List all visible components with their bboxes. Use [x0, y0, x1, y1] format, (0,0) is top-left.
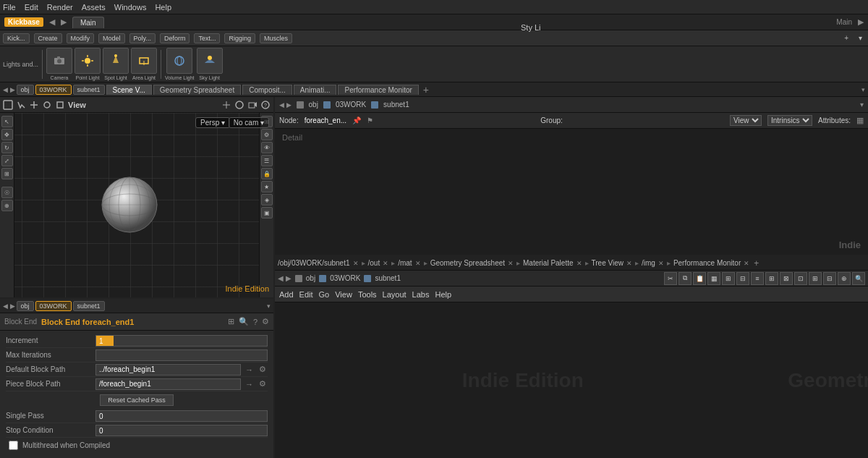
- ne-obj-label[interactable]: obj: [309, 101, 318, 109]
- ne-tool-zoom-in[interactable]: 🔍: [852, 272, 865, 285]
- kb-arrow-right[interactable]: ▶: [61, 17, 67, 27]
- right-tool-6[interactable]: ★: [261, 181, 273, 192]
- left-tool-transform[interactable]: ⊞: [1, 168, 13, 179]
- view-move-icon[interactable]: [29, 100, 39, 110]
- shelf-btn-modify[interactable]: Modify: [67, 33, 95, 43]
- left-tool-pose[interactable]: ☉: [1, 187, 13, 198]
- nav-arrows[interactable]: ◀ ▶: [3, 86, 15, 93]
- shelf-btn-muscles[interactable]: Muscles: [260, 33, 292, 43]
- tab-scene-view[interactable]: Scene V...: [106, 85, 152, 95]
- ne-tool-view2[interactable]: ⊟: [823, 272, 836, 285]
- path-close-out[interactable]: ✕: [383, 260, 388, 267]
- menu-help[interactable]: Help: [155, 3, 171, 12]
- shelf-btn-poly[interactable]: Poly...: [129, 33, 156, 43]
- tab-compositor[interactable]: Composit...: [242, 85, 292, 95]
- area-light-icon[interactable]: [131, 48, 157, 74]
- right-tool-4[interactable]: ☰: [261, 155, 273, 166]
- shelf-btn-model[interactable]: Model: [98, 33, 125, 43]
- ne-nav-work[interactable]: 03WORK: [330, 274, 360, 282]
- kickbase-main-tab[interactable]: Main: [72, 17, 104, 28]
- right-tool-7[interactable]: ◈: [261, 194, 273, 205]
- nocam-badge[interactable]: No cam ▾: [229, 117, 269, 128]
- shelf-add-btn[interactable]: +: [841, 33, 851, 43]
- ne-nav-subnet[interactable]: subnet1: [375, 274, 401, 282]
- path-close-mat[interactable]: ✕: [415, 260, 421, 267]
- right-tool-2[interactable]: ⚙: [261, 129, 273, 140]
- ne-tool-zoom-fit[interactable]: ⊕: [838, 272, 851, 285]
- ne-nav-arrows[interactable]: ◀ ▶: [278, 274, 292, 282]
- kb-arrow-2[interactable]: ▶: [858, 17, 864, 27]
- piece-block-arrow-btn[interactable]: →: [244, 380, 255, 389]
- tab-geom-spreadsheet[interactable]: Geometry Spreadsheet: [153, 85, 241, 95]
- ne-menu-view[interactable]: View: [335, 290, 352, 299]
- ne-tool-grid2[interactable]: ⊞: [722, 272, 735, 285]
- right-tool-3[interactable]: 👁: [261, 142, 273, 153]
- stop-condition-bar[interactable]: 0: [95, 425, 268, 436]
- view-scale-icon[interactable]: [55, 100, 65, 110]
- view-help-icon[interactable]: ?: [260, 100, 271, 110]
- props-icon-3[interactable]: ?: [253, 318, 258, 326]
- ne-tool-paste[interactable]: 📋: [693, 272, 706, 285]
- ne-menu-help[interactable]: Help: [435, 290, 451, 299]
- menu-file[interactable]: File: [3, 3, 16, 12]
- props-icon-4[interactable]: ⚙: [262, 317, 269, 326]
- node-canvas[interactable]: Indie Edition Geometry: [275, 302, 868, 458]
- path-close-matpalette[interactable]: ✕: [576, 260, 582, 267]
- multithread-checkbox[interactable]: [9, 441, 18, 450]
- env-light-icon[interactable]: [166, 48, 192, 74]
- max-iter-bar[interactable]: [95, 349, 268, 361]
- ne-subnet-label[interactable]: subnet1: [383, 101, 409, 109]
- ne-tool-cut[interactable]: ✂: [664, 272, 677, 285]
- props-icon-2[interactable]: 🔍: [239, 317, 249, 326]
- shelf-btn-create[interactable]: Create: [34, 33, 62, 43]
- shelf-btn-kick[interactable]: Kick...: [3, 33, 30, 43]
- shelf-btn-rigging[interactable]: Rigging: [224, 33, 255, 43]
- ne-menu-tools[interactable]: Tools: [358, 290, 377, 299]
- shelf-btn-deform[interactable]: Deform: [160, 33, 190, 43]
- camera-icon[interactable]: [46, 48, 72, 74]
- point-light-icon[interactable]: [75, 48, 101, 74]
- right-tool-8[interactable]: ▣: [261, 207, 273, 219]
- node-icon-pin[interactable]: 📌: [352, 116, 361, 124]
- props-nav[interactable]: ◀ ▶: [3, 302, 15, 310]
- view-select-icon[interactable]: [16, 100, 26, 110]
- ne-tool-layout[interactable]: ⊠: [780, 272, 793, 285]
- shelf-options-btn[interactable]: ▾: [856, 33, 865, 43]
- props-obj-btn[interactable]: obj: [17, 301, 34, 311]
- view-rotate-icon[interactable]: [42, 100, 52, 110]
- default-block-input[interactable]: [95, 364, 241, 376]
- ne-tool-grid1[interactable]: ▦: [707, 272, 720, 285]
- default-block-arrow-btn[interactable]: →: [244, 365, 255, 374]
- ne-tool-view1[interactable]: ⊞: [809, 272, 822, 285]
- tab-add-btn[interactable]: +: [420, 84, 432, 96]
- left-tool-select[interactable]: ↖: [1, 116, 13, 127]
- path-close-subnet[interactable]: ✕: [353, 260, 359, 267]
- reset-cached-pass-btn[interactable]: Reset Cached Pass: [100, 394, 174, 406]
- view3d-content[interactable]: ↖ ✥ ↻ ⤢ ⊞ ☉ ⊕: [0, 113, 273, 297]
- shelf-btn-text[interactable]: Text...: [194, 33, 220, 43]
- piece-block-input[interactable]: [95, 378, 241, 390]
- ne-top-options[interactable]: ▾: [860, 101, 864, 109]
- default-block-lock-btn[interactable]: ⚙: [258, 365, 268, 374]
- ne-menu-edit[interactable]: Edit: [299, 290, 313, 299]
- left-tool-move[interactable]: ✥: [1, 129, 13, 140]
- ne-tool-grid3[interactable]: ⊟: [736, 272, 749, 285]
- panel-options[interactable]: ▾: [861, 86, 865, 93]
- ne-work-label[interactable]: 03WORK: [336, 101, 366, 109]
- menu-render[interactable]: Render: [47, 3, 73, 12]
- single-pass-bar[interactable]: 0: [95, 410, 268, 422]
- ne-menu-add[interactable]: Add: [279, 290, 294, 299]
- increment-bar[interactable]: 1: [95, 335, 268, 347]
- props-options[interactable]: ▾: [267, 302, 271, 310]
- menu-assets[interactable]: Assets: [82, 3, 106, 12]
- left-tool-handle[interactable]: ⊕: [1, 200, 13, 211]
- node-icon-flag[interactable]: ⚑: [367, 116, 373, 124]
- view-snap-icon[interactable]: [221, 100, 231, 110]
- path-close-img[interactable]: ✕: [658, 260, 664, 267]
- ne-tool-snap[interactable]: ⊞: [765, 272, 778, 285]
- ne-menu-layout[interactable]: Layout: [383, 290, 407, 299]
- view-home-icon[interactable]: [3, 100, 13, 110]
- node-editor-nav[interactable]: ◀ ▶: [279, 101, 292, 109]
- ne-menu-go[interactable]: Go: [319, 290, 330, 299]
- menu-windows[interactable]: Windows: [114, 3, 147, 12]
